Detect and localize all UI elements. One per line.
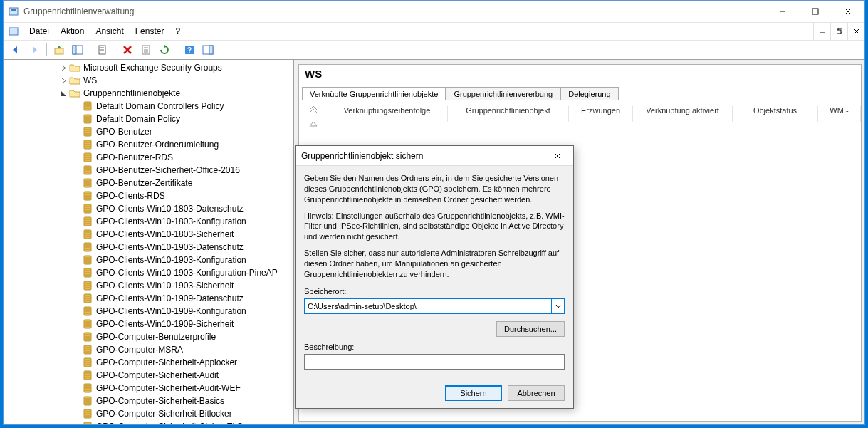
description-input[interactable] bbox=[304, 354, 565, 370]
gpo-icon bbox=[82, 344, 93, 355]
gpo-icon bbox=[82, 395, 93, 407]
gpo-icon bbox=[82, 126, 93, 137]
expand-toggle-icon[interactable] bbox=[58, 78, 69, 84]
column-header[interactable]: Objektstatus bbox=[733, 106, 818, 122]
child-close-button[interactable] bbox=[847, 23, 864, 40]
menu-item[interactable]: Fenster bbox=[130, 23, 170, 40]
tree-node-gpo[interactable]: GPO-Computer-Sicherheit-Basics bbox=[6, 395, 293, 407]
tree-node-gpo[interactable]: Default Domain Policy bbox=[6, 113, 293, 125]
location-combo[interactable] bbox=[304, 298, 565, 314]
back-button[interactable] bbox=[8, 42, 23, 58]
column-header[interactable]: WMI- bbox=[818, 106, 861, 122]
tree-node-gpo[interactable]: GPO-Clients-Win10-1903-Sicherheit bbox=[6, 279, 293, 292]
tree-node-label: Microsoft Exchange Security Groups bbox=[83, 63, 222, 73]
tree-node-gpo[interactable]: GPO-Benutzer-Sicherheit-Office-2016 bbox=[6, 164, 293, 177]
column-header[interactable]: Erzwungen bbox=[569, 106, 633, 122]
properties-button[interactable] bbox=[138, 42, 154, 58]
tree-node[interactable]: Gruppenrichtlinienobjekte bbox=[6, 87, 293, 100]
app-icon bbox=[8, 6, 19, 17]
child-minimize-button[interactable] bbox=[813, 23, 830, 40]
tree-node-gpo[interactable]: GPO-Computer-Sicherheit-Audit-WEF bbox=[6, 382, 293, 395]
backup-gpo-dialog: Gruppenrichtlinienobjekt sichern Geben S… bbox=[295, 145, 574, 409]
tree-node-gpo[interactable]: GPO-Clients-Win10-1803-Konfiguration bbox=[6, 215, 293, 228]
tree-node-label: GPO-Computer-Benutzerprofile bbox=[96, 332, 216, 342]
column-header[interactable]: Verknüpfungsreihenfolge bbox=[327, 106, 448, 122]
tree-node-gpo[interactable]: GPO-Clients-Win10-1903-Konfiguration bbox=[6, 254, 293, 266]
location-input[interactable] bbox=[304, 298, 552, 314]
tree-node-gpo[interactable]: GPO-Computer-MSRA bbox=[6, 343, 293, 356]
menu-item[interactable]: Aktion bbox=[55, 23, 90, 40]
ou-title: WS bbox=[299, 65, 861, 83]
title-bar: Gruppenrichtlinienverwaltung bbox=[4, 1, 864, 22]
tab-strip: Verknüpfte GruppenrichtlinienobjekteGrup… bbox=[299, 83, 861, 100]
tree-node-gpo[interactable]: GPO-Clients-Win10-1909-Sicherheit bbox=[6, 318, 293, 330]
gpo-icon bbox=[82, 216, 93, 227]
gpo-icon bbox=[82, 357, 93, 368]
move-top-button[interactable] bbox=[307, 105, 320, 115]
tree-node-label: GPO-Computer-Sicherheit-Audit bbox=[96, 370, 219, 380]
help-button[interactable]: ? bbox=[182, 42, 197, 58]
gpo-icon bbox=[82, 331, 93, 343]
tab[interactable]: Gruppenrichtlinienvererbung bbox=[446, 87, 560, 100]
tree-node-gpo[interactable]: GPO-Clients-Win10-1909-Konfiguration bbox=[6, 305, 293, 318]
tree-node-gpo[interactable]: GPO-Clients-Win10-1903-Datenschutz bbox=[6, 241, 293, 254]
gpo-icon bbox=[82, 165, 93, 176]
tree-node-gpo[interactable]: GPO-Computer-Sicherheit-Cipher-TLS bbox=[6, 420, 293, 424]
tree-node-gpo[interactable]: GPO-Clients-Win10-1803-Datenschutz bbox=[6, 202, 293, 215]
gpo-icon bbox=[82, 139, 93, 150]
menu-item[interactable]: ? bbox=[169, 23, 186, 40]
tree-node-gpo[interactable]: GPO-Benutzer-RDS bbox=[6, 151, 293, 164]
tree-node-gpo[interactable]: GPO-Computer-Sicherheit-Applocker bbox=[6, 356, 293, 369]
column-header[interactable]: Gruppenrichtlinienobjekt bbox=[448, 106, 569, 122]
tree-node-gpo[interactable]: GPO-Computer-Sicherheit-Audit bbox=[6, 369, 293, 382]
cancel-button[interactable]: Abbrechen bbox=[508, 385, 565, 401]
tree-node-label: GPO-Computer-MSRA bbox=[96, 345, 183, 355]
child-restore-button[interactable] bbox=[830, 23, 847, 40]
minimize-button[interactable] bbox=[766, 1, 799, 22]
tree-node[interactable]: WS bbox=[6, 74, 293, 87]
up-button[interactable] bbox=[51, 42, 67, 58]
tree-pane[interactable]: Microsoft Exchange Security GroupsWSGrup… bbox=[4, 60, 294, 424]
svg-rect-0 bbox=[9, 8, 18, 15]
delete-button[interactable] bbox=[120, 42, 135, 58]
menu-item[interactable]: Datei bbox=[23, 23, 55, 40]
tree-node-gpo[interactable]: GPO-Benutzer bbox=[6, 125, 293, 138]
dialog-close-button[interactable] bbox=[548, 146, 568, 166]
tree-node-label: Gruppenrichtlinienobjekte bbox=[83, 88, 180, 98]
tree-node-gpo[interactable]: GPO-Computer-Sicherheit-Bitlocker bbox=[6, 407, 293, 420]
tree-node-label: WS bbox=[83, 75, 97, 85]
tree-node-gpo[interactable]: GPO-Clients-RDS bbox=[6, 189, 293, 202]
tree-node-label: GPO-Clients-Win10-1803-Konfiguration bbox=[96, 216, 246, 226]
tree-node-gpo[interactable]: GPO-Benutzer-Zertifikate bbox=[6, 177, 293, 189]
forward-button[interactable] bbox=[26, 42, 42, 58]
tree-node-gpo[interactable]: GPO-Clients-Win10-1909-Datenschutz bbox=[6, 292, 293, 305]
tree-node-gpo[interactable]: Default Domain Controllers Policy bbox=[6, 100, 293, 113]
browse-button[interactable]: Durchsuchen... bbox=[496, 321, 565, 337]
tree-node-gpo[interactable]: GPO-Computer-Benutzerprofile bbox=[6, 330, 293, 343]
gpo-icon bbox=[82, 241, 93, 253]
tab[interactable]: Verknüpfte Gruppenrichtlinienobjekte bbox=[302, 87, 446, 100]
tree-node-gpo[interactable]: GPO-Benutzer-Ordnerumleitung bbox=[6, 138, 293, 151]
close-button[interactable] bbox=[832, 1, 864, 22]
svg-rect-9 bbox=[837, 30, 841, 34]
move-up-button[interactable] bbox=[307, 119, 320, 129]
expand-toggle-icon[interactable] bbox=[58, 90, 69, 97]
tree-node-label: GPO-Benutzer-RDS bbox=[96, 152, 173, 162]
tree-node-gpo[interactable]: GPO-Clients-Win10-1903-Konfiguration-Pin… bbox=[6, 266, 293, 279]
dialog-paragraph-1: Geben Sie den Namen des Ordners ein, in … bbox=[304, 173, 565, 205]
gpo-icon bbox=[82, 370, 93, 381]
action-pane-button[interactable] bbox=[200, 42, 216, 58]
backup-button[interactable]: Sichern bbox=[445, 385, 502, 401]
column-header[interactable]: Verknüpfung aktiviert bbox=[633, 106, 733, 122]
maximize-button[interactable] bbox=[799, 1, 832, 22]
chevron-down-icon[interactable] bbox=[552, 298, 565, 314]
refresh-button[interactable] bbox=[157, 42, 172, 58]
tab[interactable]: Delegierung bbox=[560, 87, 618, 100]
expand-toggle-icon[interactable] bbox=[58, 65, 69, 71]
show-hide-tree-button[interactable] bbox=[70, 42, 85, 58]
tree-node-gpo[interactable]: GPO-Clients-Win10-1803-Sicherheit bbox=[6, 228, 293, 241]
copy-button[interactable] bbox=[95, 42, 110, 58]
menu-item[interactable]: Ansicht bbox=[90, 23, 129, 40]
tree-node[interactable]: Microsoft Exchange Security Groups bbox=[6, 61, 293, 74]
tree-node-label: GPO-Benutzer-Ordnerumleitung bbox=[96, 140, 219, 150]
